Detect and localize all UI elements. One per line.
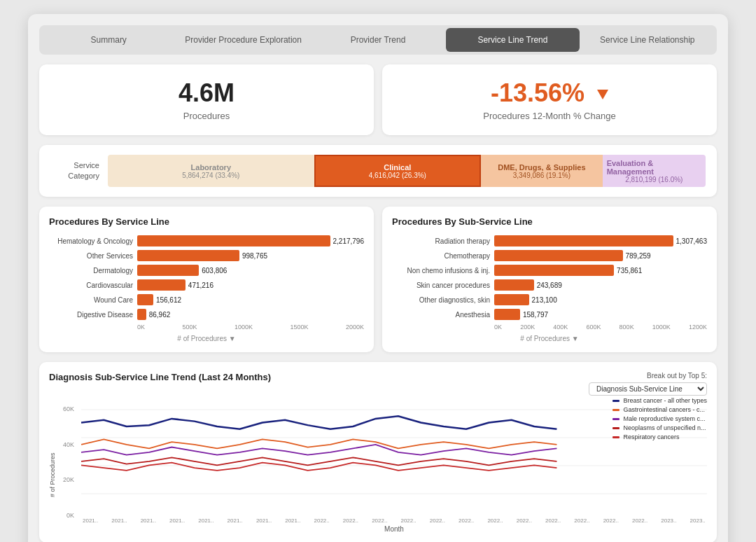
bar-label: Other Services xyxy=(49,252,133,260)
bar-row: Chemotherapy 789,259 xyxy=(392,250,707,261)
bar-label: Chemotherapy xyxy=(392,252,490,260)
legend-item: Male reproductive system c... xyxy=(612,415,707,422)
bar-fill xyxy=(137,235,330,246)
bar-label: Non chemo infusions & inj. xyxy=(392,267,490,275)
service-category-card: Service Category Laboratory 5,864,274 (3… xyxy=(39,145,717,197)
bar-fill xyxy=(137,294,153,305)
seg-laboratory[interactable]: Laboratory 5,864,274 (33.4%) xyxy=(108,155,314,187)
legend-label: Male reproductive system c... xyxy=(623,415,705,422)
legend-item: Neoplasms of unspecified n... xyxy=(612,424,707,431)
x-month: 2022.. xyxy=(343,517,358,524)
bar-row: Other Services 998,765 xyxy=(49,250,364,261)
x-month: 2022.. xyxy=(458,517,474,524)
x-axis-tick: 1500K xyxy=(290,324,308,331)
legend-label: Breast cancer - all other types xyxy=(623,397,707,404)
x-month: 2023.. xyxy=(690,517,706,524)
bar-track: 156,612 xyxy=(137,294,364,305)
bar-track: 2,217,796 xyxy=(137,235,364,246)
legend-dot xyxy=(612,427,620,429)
x-axis-tick: 800K xyxy=(620,324,634,331)
bar-track: 1,307,463 xyxy=(494,235,707,246)
charts-row: Procedures By Service Line Hematology & … xyxy=(39,207,717,352)
trend-controls: Break out by Top 5: Diagnosis Sub-Servic… xyxy=(589,372,707,396)
x-month: 2021.. xyxy=(285,517,300,524)
trend-line xyxy=(81,457,556,465)
legend-label: Neoplasms of unspecified n... xyxy=(623,424,706,431)
bar-row: Other diagnostics, skin 213,100 xyxy=(392,294,707,305)
bar-row: Dermatology 603,806 xyxy=(49,265,364,276)
chart-footer-sub-service-line: # of Procedures ▼ xyxy=(392,335,707,342)
y-label-40k: 40K xyxy=(63,441,74,448)
bar-num: 1,307,463 xyxy=(676,237,708,245)
kpi-change-label: Procedures 12-Month % Change xyxy=(396,111,703,121)
tab-service-line-trend[interactable]: Service Line Trend xyxy=(446,28,579,52)
legend-label: Gastrointestinal cancers - c... xyxy=(623,406,705,413)
bar-label: Anesthesia xyxy=(392,311,490,319)
bar-fill xyxy=(494,235,673,246)
seg-dme[interactable]: DME, Drugs, & Supplies 3,349,086 (19.1%) xyxy=(481,155,603,187)
y-label-0k: 0K xyxy=(66,512,74,519)
bar-row: Digestive Disease 86,962 xyxy=(49,309,364,320)
trend-line xyxy=(81,416,556,429)
chart-sub-service-line-title: Procedures By Sub-Service Line xyxy=(392,216,707,227)
legend-dot xyxy=(612,436,620,438)
bar-fill xyxy=(494,294,529,305)
trend-header: Diagnosis Sub-Service Line Trend (Last 2… xyxy=(49,372,707,396)
seg-clinical[interactable]: Clinical 4,616,042 (26.3%) xyxy=(314,155,482,187)
bar-label: Hematology & Oncology xyxy=(49,237,133,245)
legend-dot xyxy=(612,400,620,402)
x-month: 2021.. xyxy=(111,517,127,524)
kpi-change-value: -13.56% xyxy=(396,78,703,108)
seg-eval[interactable]: Evaluation & Management 2,810,199 (16.0%… xyxy=(603,155,706,187)
bar-num: 156,612 xyxy=(156,296,181,304)
tab-provider-procedure[interactable]: Provider Procedure Exploration xyxy=(176,28,309,52)
trend-legend: Breast cancer - all other types Gastroin… xyxy=(612,397,707,440)
bar-label: Digestive Disease xyxy=(49,311,133,319)
x-month: 2022.. xyxy=(545,517,561,524)
bar-num: 471,216 xyxy=(188,282,214,289)
bar-track: 213,100 xyxy=(494,294,707,305)
x-axis-service-line: 0K500K1000K1500K2000K xyxy=(49,324,364,331)
x-axis-tick: 1000K xyxy=(652,324,671,331)
bar-chart-service-line: Hematology & Oncology 2,217,796 Other Se… xyxy=(49,235,364,320)
legend-item: Respiratory cancers xyxy=(612,433,707,440)
tab-service-line-relationship[interactable]: Service Line Relationship xyxy=(581,28,714,52)
x-axis-tick: 2000K xyxy=(346,324,364,331)
bar-label: Other diagnostics, skin xyxy=(392,296,490,304)
bar-fill xyxy=(494,279,534,291)
bar-label: Wound Care xyxy=(49,296,133,304)
bar-chart-sub-service-line: Radiation therapy 1,307,463 Chemotherapy… xyxy=(392,235,707,320)
bar-track: 603,806 xyxy=(137,265,364,276)
service-category-bar: Laboratory 5,864,274 (33.4%) Clinical 4,… xyxy=(108,155,706,187)
chart-service-line-title: Procedures By Service Line xyxy=(49,216,364,227)
bar-track: 86,962 xyxy=(137,309,364,320)
x-month: 2022.. xyxy=(632,517,648,524)
legend-dot xyxy=(612,418,620,420)
bar-label: Radiation therapy xyxy=(392,237,490,245)
x-months: 2021..2021..2021..2021..2021..2021..2021… xyxy=(81,517,707,524)
x-month: 2022.. xyxy=(487,517,503,524)
bar-fill xyxy=(494,265,614,276)
x-axis-label: Month xyxy=(81,525,707,533)
bar-fill xyxy=(137,279,186,291)
bar-row: Cardiovascular 471,216 xyxy=(49,279,364,291)
kpi-change: -13.56% Procedures 12-Month % Change xyxy=(382,64,717,135)
bar-fill xyxy=(137,250,239,261)
legend-item: Gastrointestinal cancers - c... xyxy=(612,406,707,413)
x-month: 2023.. xyxy=(661,517,676,524)
tab-summary[interactable]: Summary xyxy=(42,28,175,52)
x-axis-tick: 0K xyxy=(494,324,502,331)
y-label-20k: 20K xyxy=(63,476,74,483)
x-month: 2022.. xyxy=(400,517,416,524)
service-category-label: Service Category xyxy=(50,160,99,182)
bar-label: Dermatology xyxy=(49,267,133,275)
chart-sub-service-line: Procedures By Sub-Service Line Radiation… xyxy=(382,207,717,352)
tab-provider-trend[interactable]: Provider Trend xyxy=(312,28,444,52)
x-axis-tick: 500K xyxy=(182,324,197,331)
kpi-row: 4.6M Procedures -13.56% Procedures 12-Mo… xyxy=(39,64,717,135)
x-axis-tick: 0K xyxy=(137,324,145,331)
trend-breakout-select[interactable]: Diagnosis Sub-Service Line xyxy=(589,382,707,396)
chart-service-line: Procedures By Service Line Hematology & … xyxy=(39,207,374,352)
bar-label: Cardiovascular xyxy=(49,282,133,289)
bar-track: 158,797 xyxy=(494,309,707,320)
